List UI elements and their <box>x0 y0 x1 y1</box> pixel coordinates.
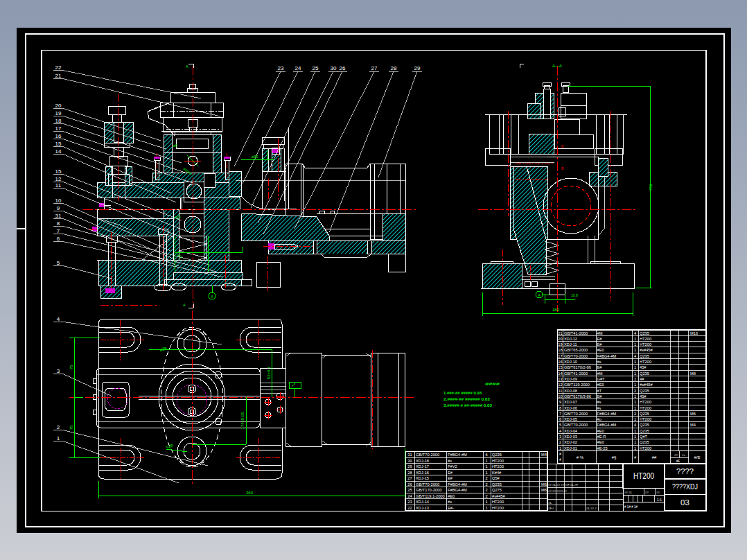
svg-text:HT200: HT200 <box>640 360 651 364</box>
svg-text:Q235: Q235 <box>492 453 502 457</box>
svg-text:7: 7 <box>559 412 561 416</box>
svg-text:1: 1 <box>634 440 636 444</box>
svg-text:XDJ-17: XDJ-17 <box>416 464 429 469</box>
svg-text:XDJ-08: XDJ-08 <box>564 389 577 393</box>
svg-text:#§ #: #§ # <box>548 507 554 510</box>
svg-text:17: 17 <box>55 125 62 132</box>
svg-text:29: 29 <box>407 464 412 469</box>
svg-text:XDJ-02: XDJ-02 <box>564 440 577 444</box>
svg-text:#/E: #/E <box>694 455 700 460</box>
svg-text:M6: M6 <box>541 488 547 492</box>
svg-text:1: 1 <box>634 406 636 410</box>
svg-text:Q235: Q235 <box>492 482 502 487</box>
svg-text:182: 182 <box>552 308 560 312</box>
svg-text:A: A <box>183 303 186 307</box>
svg-text:10: 10 <box>558 394 562 399</box>
svg-text:#s: #s <box>597 400 601 404</box>
svg-text:1: 1 <box>485 464 487 469</box>
svg-text:1: 1 <box>634 429 636 433</box>
svg-text:23: 23 <box>278 65 284 71</box>
svg-text:#E0: #E0 <box>597 383 604 387</box>
svg-text:14: 14 <box>55 148 62 155</box>
svg-text:G#T: G#T <box>597 377 606 381</box>
svg-text:F#BG4-#M: F#BG4-#M <box>597 354 617 358</box>
svg-text:28: 28 <box>391 65 397 71</box>
svg-text:XDJ-13: XDJ-13 <box>416 506 429 510</box>
svg-text:13: 13 <box>558 377 562 381</box>
svg-text:XDJ-11: XDJ-11 <box>564 342 577 347</box>
svg-text:# 1# # 1#: # 1# # 1# <box>624 505 638 509</box>
svg-text:Q235: Q235 <box>640 371 649 376</box>
svg-text:20: 20 <box>558 337 562 341</box>
svg-text:7: 7 <box>57 228 60 234</box>
svg-text:174±0.05: 174±0.05 <box>240 412 245 430</box>
svg-text:GB/T170-2000: GB/T170-2000 <box>416 488 441 492</box>
svg-text:Q235: Q235 <box>640 389 649 393</box>
svg-text:GB/T70-2000: GB/T70-2000 <box>416 453 439 457</box>
svg-text:18: 18 <box>558 348 562 352</box>
svg-text:HT200: HT200 <box>492 459 504 463</box>
svg-text:#+: #+ <box>682 453 685 457</box>
svg-text:10.8: 10.8 <box>571 293 578 297</box>
svg-text:????XDJ: ????XDJ <box>672 482 698 491</box>
svg-text:31: 31 <box>55 213 62 219</box>
svg-text:4: 4 <box>634 331 636 335</box>
svg-text:1: 1 <box>634 348 636 352</box>
svg-text:XDJ-03: XDJ-03 <box>564 435 577 439</box>
svg-text:#s#45#: #s#45# <box>640 348 653 352</box>
svg-text:Q235: Q235 <box>640 354 649 358</box>
svg-text:1: 1 <box>634 337 636 341</box>
svg-text:Q235: Q235 <box>640 412 649 416</box>
svg-text:A: A <box>186 64 188 69</box>
svg-text:1: 1 <box>559 446 561 450</box>
svg-text:HT200: HT200 <box>492 500 504 504</box>
svg-text:4: 4 <box>57 316 60 322</box>
svg-text:Q235: Q235 <box>640 423 649 427</box>
svg-text:6: 6 <box>57 236 60 242</box>
svg-text:2.####·## ###### 0.02: 2.####·## ###### 0.02 <box>443 397 491 401</box>
svg-text:45#: 45# <box>640 365 647 369</box>
svg-text:8: 8 <box>57 220 60 227</box>
svg-text:52±0.1: 52±0.1 <box>267 366 271 379</box>
svg-text:XDJ-06: XDJ-06 <box>564 406 577 410</box>
svg-text:22: 22 <box>55 64 62 71</box>
svg-text:M6: M6 <box>690 412 696 416</box>
svg-text:21: 21 <box>55 73 62 79</box>
svg-text:3: 3 <box>57 368 60 374</box>
svg-text:HT200: HT200 <box>640 406 651 410</box>
svg-text:#o: #o <box>597 417 601 421</box>
svg-text:## ## ######: ## ## ###### <box>548 489 567 493</box>
svg-text:2: 2 <box>485 494 487 498</box>
svg-text:????: ???? <box>676 467 694 475</box>
svg-text:GB/T70-2000: GB/T70-2000 <box>564 423 588 427</box>
svg-text:##: ## <box>656 491 660 494</box>
svg-text:XDJ-09: XDJ-09 <box>564 377 577 381</box>
svg-text:4: 4 <box>634 423 636 427</box>
svg-text:1: 1 <box>634 417 636 421</box>
svg-text:XDJ-14: XDJ-14 <box>416 500 429 504</box>
svg-text:1.###·## ##### 0.08: 1.###·## ##### 0.08 <box>443 391 482 395</box>
svg-text:#§: #§ <box>612 455 617 460</box>
svg-text:#£: #£ <box>676 460 680 463</box>
svg-text:##: ## <box>674 453 678 457</box>
svg-text:XDJ-12: XDJ-12 <box>564 337 577 341</box>
svg-text:GB/T6170/2-86: GB/T6170/2-86 <box>564 365 591 369</box>
svg-text:16: 16 <box>558 360 562 364</box>
svg-text:28: 28 <box>407 471 412 475</box>
svg-text:E#: E# <box>597 342 603 347</box>
svg-text:XDJ-18: XDJ-18 <box>416 459 429 463</box>
svg-text:HT200: HT200 <box>492 464 504 469</box>
svg-text:#: # <box>634 455 636 460</box>
svg-text:1: 1 <box>485 500 487 504</box>
svg-text:1: 1 <box>634 360 636 364</box>
svg-text:1: 1 <box>634 435 636 439</box>
svg-text:19: 19 <box>558 342 562 347</box>
svg-text:16: 16 <box>55 133 62 139</box>
svg-text:8: 8 <box>559 406 561 410</box>
svg-text:F#BG4-#M: F#BG4-#M <box>448 482 467 487</box>
svg-text:1: 1 <box>485 471 487 475</box>
svg-text:18: 18 <box>55 118 62 124</box>
svg-text:1: 1 <box>634 365 636 369</box>
svg-text:HT200: HT200 <box>640 337 651 341</box>
svg-text:25: 25 <box>313 65 319 71</box>
